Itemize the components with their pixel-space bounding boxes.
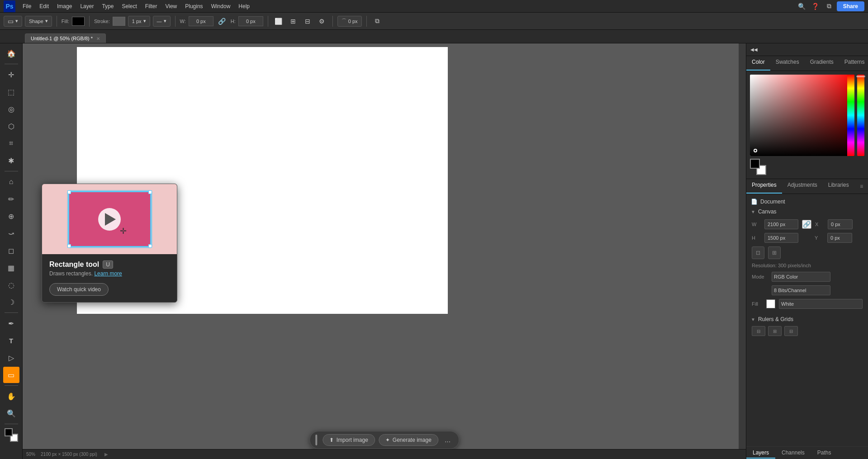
tab-close-btn[interactable]: ✕ [96, 36, 100, 41]
tab-swatches[interactable]: Swatches [770, 56, 805, 71]
menu-type[interactable]: Type [98, 2, 117, 10]
eraser-tool-btn[interactable]: ◻ [3, 242, 19, 259]
document-tab[interactable]: Untitled-1 @ 50% (RGB/8) * ✕ [25, 33, 106, 43]
panel-2-more-btn[interactable]: ≡ [856, 181, 867, 192]
help-icon-btn[interactable]: ❓ [810, 0, 821, 12]
tab-properties[interactable]: Properties [746, 179, 782, 194]
play-button[interactable] [98, 208, 121, 231]
menu-window[interactable]: Window [208, 2, 234, 10]
status-arrow[interactable]: ▶ [104, 452, 108, 457]
tab-patterns[interactable]: Patterns [839, 56, 868, 71]
menu-file[interactable]: File [19, 2, 35, 10]
bits-select[interactable]: 8 Bits/Channel [772, 285, 830, 295]
document-section-header[interactable]: 📄 Document [746, 197, 868, 207]
stroke-swatch[interactable] [113, 17, 125, 26]
foreground-color-swatch[interactable] [750, 159, 760, 169]
radius-btn[interactable]: ⌒ 0 px [337, 16, 362, 27]
menu-filter[interactable]: Filter [142, 2, 161, 10]
stroke-width-btn[interactable]: 1 px ▾ [128, 16, 150, 27]
link-dimensions-btn[interactable]: 🔗 [216, 15, 228, 27]
import-image-button[interactable]: ⬆ Import image [323, 434, 375, 446]
menu-edit[interactable]: Edit [36, 2, 52, 10]
document-icon: 📄 [751, 199, 758, 205]
menu-view[interactable]: View [161, 2, 180, 10]
tab-layers[interactable]: Layers [746, 448, 775, 459]
canvas-height-input[interactable] [764, 233, 798, 243]
fit-image-btn[interactable]: ⊡ [752, 246, 764, 259]
collapse-panel-btn[interactable]: ◀◀ [748, 44, 760, 56]
move-tool-btn[interactable]: ✛ [3, 66, 19, 83]
fill-swatch[interactable] [72, 17, 85, 26]
hue-slider[interactable] [847, 75, 854, 156]
mode-select[interactable]: RGB Color [772, 272, 830, 282]
canvas-y-input[interactable] [827, 233, 852, 243]
rectangle-tool-btn[interactable]: ▭ [3, 367, 19, 383]
history-brush-tool-btn[interactable]: ⤻ [3, 225, 19, 241]
shape-mode-btn[interactable]: Shape ▾ [25, 16, 52, 27]
menu-help[interactable]: Help [235, 2, 253, 10]
dodge-tool-btn[interactable]: ☽ [3, 294, 19, 310]
generate-image-button[interactable]: ✦ Generate image [379, 434, 438, 446]
ruler-icon-3[interactable]: ⊟ [784, 326, 798, 336]
vertical-scrollbar[interactable] [739, 43, 746, 452]
crop-tool-btn[interactable]: ⌗ [3, 135, 19, 151]
fg-color-swatch[interactable] [5, 428, 13, 436]
video-thumbnail[interactable]: ✛ [68, 191, 152, 247]
learn-more-link[interactable]: Learn more [94, 270, 122, 277]
arrange-icon-btn[interactable]: ⧉ [823, 0, 835, 12]
shape-settings-btn[interactable]: ⚙ [316, 15, 328, 27]
ruler-icon-1[interactable]: ⊟ [752, 326, 765, 336]
canvas-width-input[interactable] [764, 219, 798, 229]
menu-image[interactable]: Image [53, 2, 76, 10]
canvas-area[interactable]: ✛ Rectangle tool U Draws rectangles. Lea… [23, 43, 746, 459]
menu-select[interactable]: Select [118, 2, 140, 10]
share-button[interactable]: Share [837, 1, 864, 11]
path-ops-btn[interactable]: ⊞ [287, 15, 299, 27]
tab-adjustments[interactable]: Adjustments [782, 179, 823, 194]
fill-color-swatch[interactable] [766, 299, 775, 308]
tab-libraries[interactable]: Libraries [823, 179, 854, 194]
arrange-layers-btn[interactable]: ⧉ [371, 15, 383, 27]
width-input[interactable] [189, 16, 213, 26]
healing-tool-btn[interactable]: ⌂ [3, 174, 19, 190]
blur-tool-btn[interactable]: ◌ [3, 277, 19, 293]
eyedropper-tool-btn[interactable]: ✱ [3, 152, 19, 169]
marquee-tool-btn[interactable]: ⬚ [3, 84, 19, 100]
color-swatches-toolbar[interactable] [5, 428, 18, 442]
shape-thumbnail-btn[interactable]: ▭ ▾ [4, 16, 22, 27]
quick-select-tool-btn[interactable]: ⬡ [3, 118, 19, 134]
rulers-grids-header[interactable]: ▼ Rulers & Grids [746, 314, 868, 324]
hue-bar[interactable] [857, 75, 864, 156]
tab-channels[interactable]: Channels [775, 448, 811, 459]
canvas-x-input[interactable] [828, 219, 853, 229]
lasso-tool-btn[interactable]: ◎ [3, 101, 19, 117]
menu-plugins[interactable]: Plugins [181, 2, 206, 10]
watch-quick-video-button[interactable]: Watch quick video [49, 283, 109, 296]
clone-stamp-tool-btn[interactable]: ⊕ [3, 208, 19, 224]
gradient-tool-btn[interactable]: ▦ [3, 260, 19, 276]
pen-tool-btn[interactable]: ✒ [3, 315, 19, 331]
search-icon-btn[interactable]: 🔍 [796, 0, 808, 12]
menu-layer[interactable]: Layer [76, 2, 97, 10]
fill-value-select[interactable]: White [779, 299, 863, 309]
stroke-style-btn[interactable]: — ▾ [153, 16, 171, 27]
home-btn[interactable]: 🏠 [3, 45, 19, 62]
color-gradient-picker[interactable] [750, 75, 854, 156]
brush-tool-btn[interactable]: ✏ [3, 191, 19, 207]
zoom-tool-btn[interactable]: 🔍 [3, 405, 19, 421]
tab-paths[interactable]: Paths [811, 448, 838, 459]
path-align-btn[interactable]: ⊟ [302, 15, 313, 27]
path-selection-tool-btn[interactable]: ▷ [3, 350, 19, 366]
foreground-background-swatches[interactable] [750, 159, 766, 175]
canvas-link-btn[interactable]: 🔗 [802, 220, 811, 229]
fill-image-btn[interactable]: ⊞ [768, 246, 781, 259]
height-input[interactable] [238, 16, 263, 26]
more-options-button[interactable]: ... [442, 434, 453, 446]
align-options-btn[interactable]: ⬜ [273, 15, 285, 27]
tab-color[interactable]: Color [746, 56, 770, 71]
tab-gradients[interactable]: Gradients [805, 56, 839, 71]
canvas-section-header[interactable]: ▼ Canvas [746, 207, 868, 217]
hand-tool-btn[interactable]: ✋ [3, 388, 19, 404]
ruler-icon-2[interactable]: ⊞ [768, 326, 782, 336]
type-tool-btn[interactable]: T [3, 332, 19, 349]
